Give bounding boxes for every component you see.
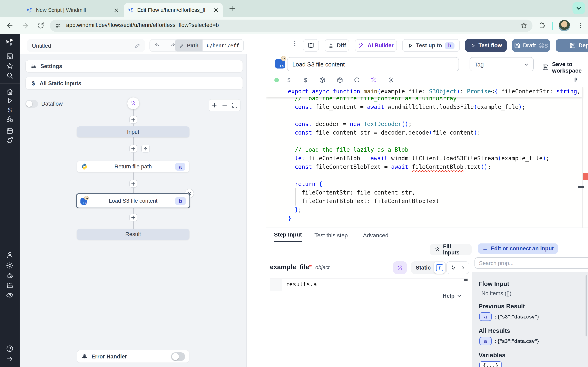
tab-advanced[interactable]: Advanced (363, 228, 389, 242)
wand-icon[interactable] (370, 77, 377, 83)
code-line: } (288, 214, 582, 223)
resources-boxes-icon[interactable] (6, 115, 14, 124)
undo-button[interactable] (150, 40, 165, 51)
flow-node-result[interactable]: Result (77, 229, 190, 240)
favorites-star-icon[interactable] (6, 62, 14, 70)
ai-builder-button[interactable]: AI Builder (355, 39, 397, 52)
connect-input-buttons[interactable] (446, 261, 469, 274)
path-control[interactable]: Path u/henri/eff (175, 39, 243, 52)
browser-tab-new-script[interactable]: New Script | Windmill (22, 3, 123, 17)
folders-icon[interactable] (6, 281, 14, 290)
user-icon[interactable] (6, 251, 14, 259)
input-mode-toggle[interactable]: Static f (411, 261, 446, 274)
result-badge[interactable]: a (479, 337, 492, 345)
flow-node-input[interactable]: Input (77, 126, 190, 137)
flow-name-field[interactable]: Untitled (27, 39, 145, 52)
flow-settings-label: Settings (40, 63, 62, 69)
result-badge[interactable]: a (479, 312, 492, 321)
previous-result-row[interactable]: a : {"s3":"data.csv"} (479, 312, 581, 321)
step-title-input[interactable] (287, 57, 459, 71)
add-step-button[interactable] (130, 214, 137, 221)
tab-close-icon[interactable] (213, 7, 219, 13)
flow-settings-button[interactable]: Settings (25, 60, 243, 73)
fill-inputs-button[interactable]: Fill inputs (430, 244, 472, 255)
zoom-out-button[interactable] (219, 100, 230, 111)
browser-menu-kebab-icon[interactable] (577, 22, 584, 29)
help-icon[interactable] (6, 345, 14, 353)
expression-editor[interactable]: results.a (270, 278, 468, 291)
browser-tab-edit-flow[interactable]: Edit Flow u/henri/effortless_fl (124, 3, 223, 17)
more-options-kebab-icon[interactable] (292, 40, 298, 47)
workspace-icon[interactable] (6, 52, 14, 60)
dollar-icon[interactable]: $ (303, 77, 308, 83)
variables-dollar-icon[interactable]: $ (7, 106, 13, 114)
deploy-button[interactable]: Deploy (556, 39, 588, 52)
code-editor[interactable]: // Load the entire file_content as a Uin… (266, 87, 588, 227)
help-dropdown[interactable]: Help (443, 293, 462, 299)
tag-select[interactable]: Tag (470, 57, 534, 71)
ai-flow-wand-button[interactable] (127, 98, 139, 109)
diff-button[interactable]: Diff (325, 39, 349, 52)
draft-button[interactable]: Draft ⌘S (512, 39, 550, 52)
add-step-button[interactable] (130, 145, 137, 152)
package-icon[interactable] (337, 77, 343, 83)
add-step-button[interactable] (130, 116, 137, 124)
schedules-calendar-icon[interactable] (6, 127, 14, 135)
collapse-arrow-icon[interactable] (6, 355, 14, 363)
search-icon[interactable] (6, 71, 14, 80)
new-tab-icon[interactable] (229, 5, 236, 12)
flow-node-step-a[interactable]: Return file path a (77, 161, 190, 173)
flow-node-step-b-selected[interactable]: TS Load S3 file content b (76, 193, 190, 208)
reload-icon[interactable] (37, 22, 44, 29)
all-results-row[interactable]: a : {"s3":"data.csv"} (479, 337, 581, 345)
settings-gear-icon[interactable] (6, 261, 14, 269)
routes-icon[interactable] (6, 136, 14, 144)
tab-test-this-step[interactable]: Test this step (314, 228, 348, 242)
zoom-in-button[interactable] (209, 100, 219, 111)
dataflow-toggle[interactable] (25, 100, 38, 108)
code-token: windmillClient.loadS3FileStream (388, 155, 498, 161)
audit-eye-icon[interactable] (6, 291, 14, 299)
docs-book-button[interactable] (303, 39, 319, 52)
gear-icon[interactable] (388, 77, 394, 83)
tab-close-icon[interactable] (113, 7, 120, 13)
save-to-workspace-button[interactable]: Save to workspace (542, 61, 588, 74)
fullscreen-icon[interactable] (230, 100, 240, 111)
pencil-icon[interactable] (135, 42, 141, 49)
tab-step-input[interactable]: Step Input (274, 228, 302, 242)
runs-play-icon[interactable] (6, 97, 14, 105)
all-static-inputs-button[interactable]: $ All Static Inputs (25, 77, 243, 90)
search-prop-input[interactable] (475, 257, 588, 269)
field-ai-wand-button[interactable] (393, 261, 407, 274)
library-icon[interactable] (572, 77, 578, 83)
edit-or-connect-button[interactable]: ← Edit or connect an input (478, 243, 558, 254)
url-bar[interactable]: app.windmill.dev/flows/edit/u/henri/effo… (50, 20, 532, 32)
variables-badge[interactable]: {...} (479, 361, 502, 367)
dollar-icon[interactable]: $ (286, 77, 292, 83)
test-up-to-button[interactable]: Test up to b (402, 39, 460, 52)
add-step-button[interactable] (130, 180, 137, 188)
add-trigger-bolt-icon[interactable] (141, 145, 150, 152)
error-handler-label: Error Handler (91, 353, 167, 359)
home-icon[interactable] (6, 88, 14, 96)
expression-mode-card[interactable]: f (434, 262, 445, 274)
forward-icon[interactable] (21, 22, 29, 30)
extensions-puzzle-icon[interactable] (538, 22, 546, 29)
workers-bot-icon[interactable] (6, 272, 14, 280)
tab-search-chevron-icon[interactable] (572, 2, 585, 14)
windmill-flow-editor: New Script | Windmill Edit Flow u/henri/… (0, 0, 588, 367)
error-handler-card[interactable]: Error Handler (77, 350, 190, 363)
back-icon[interactable] (6, 22, 14, 30)
plug-icon[interactable] (450, 265, 456, 271)
package-icon[interactable] (319, 77, 326, 83)
windmill-logo[interactable] (5, 38, 14, 47)
test-flow-button[interactable]: Test flow (465, 39, 507, 52)
prop-scrollbar[interactable] (586, 275, 587, 336)
tune-icon[interactable] (55, 22, 61, 29)
avatar[interactable] (559, 20, 570, 31)
code-line (288, 137, 582, 146)
error-handler-toggle[interactable] (171, 352, 185, 361)
bookmark-star-icon[interactable] (520, 22, 527, 29)
refresh-icon[interactable] (354, 77, 360, 83)
arrow-right-icon[interactable] (459, 265, 465, 271)
